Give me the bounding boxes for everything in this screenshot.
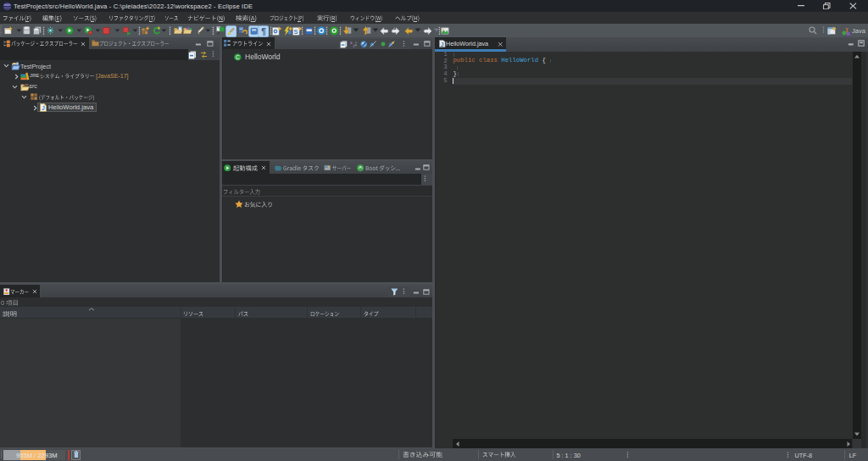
- svg-text:C: C: [236, 54, 240, 60]
- svg-text:J: J: [441, 42, 444, 47]
- svg-text:¶: ¶: [261, 26, 266, 36]
- svg-text:S: S: [293, 28, 298, 36]
- svg-text:J: J: [41, 105, 44, 111]
